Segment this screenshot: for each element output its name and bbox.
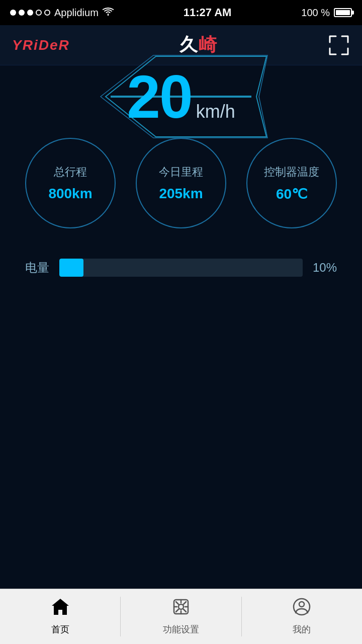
main-content: 20 km/h 总行程 800km 今日里程 205km 控制器温度 60℃ 电… <box>0 65 362 589</box>
svg-line-12 <box>176 609 178 612</box>
stat-value-temp: 60℃ <box>276 186 307 202</box>
speed-unit: km/h <box>196 101 235 127</box>
signal-dot-2 <box>19 10 25 16</box>
carrier-name: Applidium <box>54 7 99 19</box>
stat-value-total: 800km <box>48 186 92 202</box>
stat-label-temp: 控制器温度 <box>264 165 319 180</box>
status-bar: Applidium 11:27 AM 100 % <box>0 0 362 25</box>
stats-row: 总行程 800km 今日里程 205km 控制器温度 60℃ <box>10 138 352 228</box>
stat-label-today: 今日里程 <box>159 165 203 180</box>
gear-icon <box>172 598 190 620</box>
tab-home-label: 首页 <box>51 623 69 635</box>
signal-dot-3 <box>27 10 33 16</box>
svg-line-11 <box>184 602 186 604</box>
battery-section: 电量 10% <box>0 259 362 277</box>
battery-fill <box>336 10 350 15</box>
signal-dot-1 <box>10 10 16 16</box>
stat-circle-temp: 控制器温度 60℃ <box>246 138 337 228</box>
logo-i: i <box>34 37 39 53</box>
status-left: Applidium <box>10 7 114 19</box>
tab-bar: 首页 功能设置 我 <box>0 589 362 644</box>
stat-label-total: 总行程 <box>54 165 87 180</box>
signal-dot-4 <box>36 10 42 16</box>
battery-bar-outer <box>59 259 303 277</box>
svg-line-9 <box>176 602 178 604</box>
home-icon <box>51 598 70 620</box>
tab-settings-label: 功能设置 <box>163 623 199 635</box>
wifi-icon <box>103 7 114 19</box>
tab-profile[interactable]: 我的 <box>242 589 362 644</box>
stat-circle-total: 总行程 800km <box>25 138 116 228</box>
signal-dots <box>10 10 50 16</box>
battery-percent-label: 10% <box>313 261 337 275</box>
scan-icon[interactable] <box>328 34 350 56</box>
speed-value-overlay: 20 km/h <box>127 66 235 127</box>
battery-percent-text: 100 % <box>301 7 330 19</box>
person-icon <box>293 598 311 620</box>
speed-number: 20 <box>127 66 192 127</box>
battery-label: 电量 <box>25 260 49 276</box>
tab-profile-label: 我的 <box>293 623 311 635</box>
tab-settings[interactable]: 功能设置 <box>121 589 241 644</box>
svg-point-14 <box>299 602 304 607</box>
svg-point-4 <box>178 604 184 609</box>
status-right: 100 % <box>301 7 352 19</box>
status-time: 11:27 AM <box>184 6 232 19</box>
battery-bar-inner <box>59 259 83 277</box>
svg-line-10 <box>184 609 186 612</box>
stat-value-today: 205km <box>159 186 203 202</box>
tab-home[interactable]: 首页 <box>0 589 120 644</box>
speedometer: 20 km/h <box>111 96 251 98</box>
signal-dot-5 <box>44 10 50 16</box>
stat-circle-today: 今日里程 205km <box>136 138 226 228</box>
brand-logo: YRiDeR <box>12 37 70 53</box>
battery-icon <box>334 8 352 17</box>
